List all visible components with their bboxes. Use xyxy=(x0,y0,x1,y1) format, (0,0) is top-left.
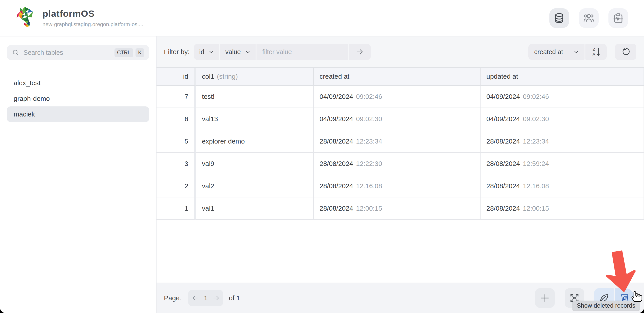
database-icon xyxy=(554,12,565,24)
cell-col1[interactable]: val1 xyxy=(196,198,314,220)
time-value: 12:23:34 xyxy=(356,138,382,145)
date-value: 04/09/2024 xyxy=(486,93,520,100)
cell-id[interactable]: 3 xyxy=(156,153,196,175)
time-value: 12:00:15 xyxy=(523,204,549,212)
cell-created-at[interactable]: 04/09/2024 09:02:46 xyxy=(314,86,480,108)
cell-id[interactable]: 7 xyxy=(156,86,196,108)
cell-col1[interactable]: explorer demo xyxy=(196,130,314,153)
date-value: 28/08/2024 xyxy=(320,204,353,212)
column-label: col1 xyxy=(202,73,214,80)
date-value: 28/08/2024 xyxy=(320,182,353,190)
time-value: 09:02:30 xyxy=(523,115,549,123)
refresh-icon xyxy=(621,47,630,56)
date-value: 28/08/2024 xyxy=(486,182,520,190)
cell-updated-at[interactable]: 04/09/2024 09:02:30 xyxy=(480,108,644,130)
main-panel: Filter by: id value xyxy=(156,36,644,313)
date-value: 28/08/2024 xyxy=(486,204,520,212)
total-pages-label: of 1 xyxy=(229,294,240,302)
cell-updated-at[interactable]: 28/08/2024 12:16:08 xyxy=(480,175,644,198)
app-window: platformOS new-graphql.staging.oregon.pl… xyxy=(0,0,644,313)
time-value: 12:23:34 xyxy=(523,138,549,145)
current-page-number: 1 xyxy=(204,294,208,302)
activity-log-nav-button[interactable] xyxy=(608,8,628,28)
column-header-created-at[interactable]: created at xyxy=(314,68,480,86)
next-page-button[interactable] xyxy=(213,295,219,301)
filter-controls: id value xyxy=(194,44,371,60)
time-value: 12:16:08 xyxy=(523,182,549,190)
sidebar-table-item[interactable]: graph-demo xyxy=(7,91,149,106)
arrow-left-icon xyxy=(192,295,199,301)
add-record-button[interactable] xyxy=(535,288,555,308)
brand-block: platformOS new-graphql.staging.oregon.pl… xyxy=(42,8,143,28)
cell-col1[interactable]: val2 xyxy=(196,175,314,198)
plus-icon xyxy=(540,293,550,303)
sidebar-table-label: maciek xyxy=(14,110,35,118)
cell-id[interactable]: 1 xyxy=(156,198,196,220)
refresh-button[interactable] xyxy=(615,44,636,60)
filter-column-select[interactable]: id xyxy=(194,44,219,60)
filter-value-input[interactable] xyxy=(256,44,348,60)
app-body: CTRL K alex_test graph-demo maci xyxy=(0,36,644,313)
users-icon xyxy=(583,12,594,24)
time-value: 12:59:24 xyxy=(523,160,549,168)
cell-id[interactable]: 2 xyxy=(156,175,196,198)
column-header-updated-at[interactable]: updated at xyxy=(480,68,644,86)
date-value: 28/08/2024 xyxy=(320,160,353,168)
filter-operator-select[interactable]: value xyxy=(220,44,256,60)
cell-updated-at[interactable]: 28/08/2024 12:59:24 xyxy=(480,153,644,175)
sidebar: CTRL K alex_test graph-demo maci xyxy=(0,36,156,313)
shortcut-ctrl-key: CTRL xyxy=(114,48,133,57)
time-value: 12:22:30 xyxy=(356,160,382,168)
time-value: 12:16:08 xyxy=(356,182,382,190)
cell-updated-at[interactable]: 28/08/2024 12:23:34 xyxy=(480,130,644,153)
date-value: 28/08/2024 xyxy=(486,160,520,168)
cell-updated-at[interactable]: 04/09/2024 09:02:46 xyxy=(480,86,644,108)
footer-bar: Page: 1 of xyxy=(156,282,644,313)
sort-descending-icon: Z A xyxy=(591,46,602,57)
header-actions xyxy=(550,8,628,28)
sort-direction-button[interactable]: Z A xyxy=(586,44,607,60)
previous-page-button[interactable] xyxy=(192,295,199,301)
sidebar-table-label: alex_test xyxy=(14,79,40,87)
cell-col1[interactable]: val13 xyxy=(196,108,314,130)
column-header-id[interactable]: id xyxy=(156,68,196,86)
chevron-down-icon xyxy=(209,50,214,54)
column-header-col1[interactable]: col1 (string) xyxy=(196,68,314,86)
sidebar-table-item[interactable]: alex_test xyxy=(7,75,149,91)
cell-col1[interactable]: test! xyxy=(196,86,314,108)
apply-filter-button[interactable] xyxy=(348,44,371,60)
tooltip: Show deleted records xyxy=(572,301,640,310)
table-search-box[interactable]: CTRL K xyxy=(7,45,149,60)
column-type-hint: (string) xyxy=(217,73,238,80)
date-value: 28/08/2024 xyxy=(320,138,353,145)
filter-bar: Filter by: id value xyxy=(156,36,644,68)
sort-field-select[interactable]: created at xyxy=(528,44,584,60)
time-value: 09:02:30 xyxy=(356,115,382,123)
chevron-down-icon xyxy=(245,50,250,54)
records-table: id col1 (string) created at updated at 7… xyxy=(156,68,644,220)
page-label: Page: xyxy=(164,294,181,302)
cell-created-at[interactable]: 28/08/2024 12:00:15 xyxy=(314,198,480,220)
cell-created-at[interactable]: 04/09/2024 09:02:30 xyxy=(314,108,480,130)
date-value: 28/08/2024 xyxy=(486,138,520,145)
cell-created-at[interactable]: 28/08/2024 12:22:30 xyxy=(314,153,480,175)
records-table-area: id col1 (string) created at updated at 7… xyxy=(156,68,644,282)
sort-field-value: created at xyxy=(534,48,563,56)
sidebar-table-item[interactable]: maciek xyxy=(7,106,149,122)
cell-updated-at[interactable]: 28/08/2024 12:00:15 xyxy=(480,198,644,220)
table-list: alex_test graph-demo maciek xyxy=(0,75,156,122)
database-nav-button[interactable] xyxy=(550,8,569,28)
users-nav-button[interactable] xyxy=(579,8,598,28)
filter-by-label: Filter by: xyxy=(164,48,190,56)
sort-controls: created at Z A xyxy=(528,44,636,60)
shortcut-k-key: K xyxy=(136,48,144,57)
cell-created-at[interactable]: 28/08/2024 12:23:34 xyxy=(314,130,480,153)
screen: platformOS new-graphql.staging.oregon.pl… xyxy=(0,0,644,313)
cell-id[interactable]: 6 xyxy=(156,108,196,130)
date-value: 04/09/2024 xyxy=(486,115,520,123)
cell-created-at[interactable]: 28/08/2024 12:16:08 xyxy=(314,175,480,198)
search-input[interactable] xyxy=(24,49,112,56)
cell-col1[interactable]: val9 xyxy=(196,153,314,175)
cell-id[interactable]: 5 xyxy=(156,130,196,153)
instance-url: new-graphql.staging.oregon.platform-os..… xyxy=(42,21,143,28)
